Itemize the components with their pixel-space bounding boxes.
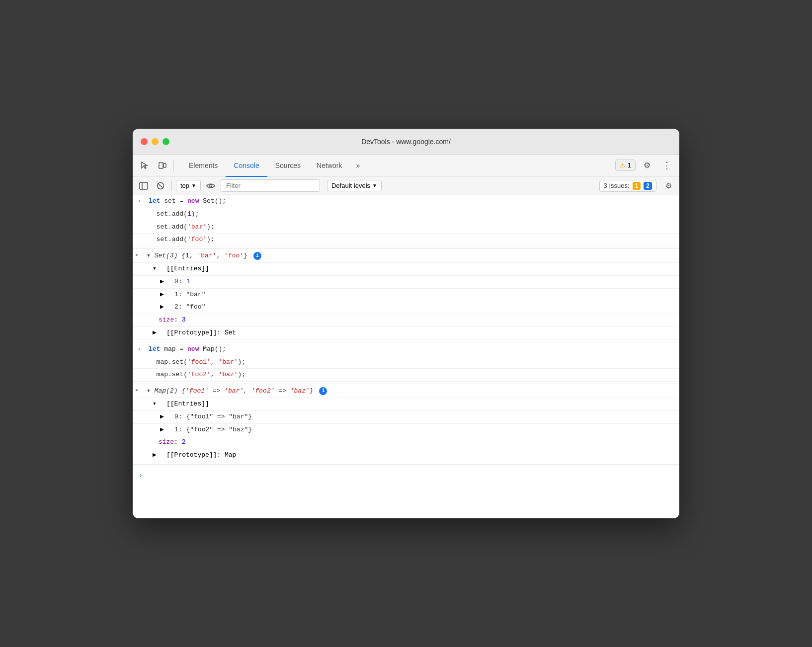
set-output-header: ◂ ▾ Set(3) {1, 'bar', 'foo'} i	[133, 250, 679, 263]
entry-2-arrow[interactable]: ▶	[160, 302, 164, 313]
entries-expand-arrow-map[interactable]: ▾	[153, 399, 157, 409]
console-toolbar: top ▼ Default levels ▼ 3 Issues: 1 2 ⚙	[133, 176, 679, 195]
toolbar-left-actions	[137, 158, 170, 173]
set-size: size: 3	[133, 314, 679, 327]
prototype-arrow-set[interactable]: ▶	[153, 328, 157, 338]
window-title: DevTools - www.google.com/	[361, 138, 451, 146]
set-expand-arrow[interactable]: ▾	[147, 252, 151, 259]
console-input-1: › let set = new Set();	[133, 195, 679, 208]
map-output-header: ◂ ▾ Map(2) {'foo1' => 'bar', 'foo2' => '…	[133, 385, 679, 398]
svg-rect-0	[159, 162, 163, 168]
main-tabs: Elements Console Sources Network »	[181, 155, 615, 176]
tab-sources[interactable]: Sources	[267, 155, 309, 177]
set-entry-1: ▶ 1: "bar"	[133, 289, 679, 302]
map-entry-1-arrow[interactable]: ▶	[160, 425, 164, 435]
tab-elements[interactable]: Elements	[181, 155, 226, 177]
set-code-section: › let set = new Set(); set.add(1); set.a…	[133, 195, 679, 249]
input-chevron-1[interactable]: ›	[138, 197, 141, 206]
console-input-6: map.set('foo1', 'bar');	[133, 356, 679, 369]
maximize-button[interactable]	[162, 138, 169, 145]
clear-console-button[interactable]	[154, 179, 167, 193]
main-toolbar: Elements Console Sources Network » ⚠ 1 ⚙…	[133, 155, 679, 176]
map-entry-0-arrow[interactable]: ▶	[160, 412, 164, 422]
context-selector[interactable]: top ▼	[176, 180, 201, 191]
console-input-2: set.add(1);	[133, 208, 679, 221]
map-expand-arrow[interactable]: ▾	[147, 387, 151, 395]
info-icon-set[interactable]: i	[253, 252, 261, 260]
console-input-3: set.add('bar');	[133, 221, 679, 234]
warning-count-badge: 1	[633, 182, 641, 190]
map-output-section: ◂ ▾ Map(2) {'foo1' => 'bar', 'foo2' => '…	[133, 385, 679, 465]
set-output-section: ◂ ▾ Set(3) {1, 'bar', 'foo'} i ▾ [[Entri…	[133, 250, 679, 342]
device-toolbar-button[interactable]	[155, 158, 170, 173]
collapse-arrow-set[interactable]: ◂	[135, 251, 138, 260]
console-input-7: map.set('foo2', 'baz');	[133, 369, 679, 382]
sidebar-toggle-button[interactable]	[137, 179, 151, 193]
map-prototype: ▶ [[Prototype]]: Map	[133, 449, 679, 462]
more-tabs-button[interactable]: »	[350, 158, 366, 173]
console-settings-button[interactable]: ⚙	[661, 179, 675, 193]
console-input-5: › let map = new Map();	[133, 343, 679, 356]
titlebar: DevTools - www.google.com/	[133, 129, 679, 155]
more-options-button[interactable]: ⋮	[658, 158, 675, 173]
svg-rect-1	[163, 163, 166, 167]
map-code-section: › let map = new Map(); map.set('foo1', '…	[133, 343, 679, 384]
set-entries-header: ▾ [[Entries]]	[133, 263, 679, 276]
prompt-symbol: ›	[139, 470, 143, 481]
info-icon-map[interactable]: i	[319, 387, 327, 395]
svg-line-5	[159, 184, 162, 188]
map-entry-0: ▶ 0: {"foo1" => "bar"}	[133, 411, 679, 424]
console-prompt-area: ›	[133, 466, 679, 485]
map-entries-header: ▾ [[Entries]]	[133, 398, 679, 411]
devtools-window: DevTools - www.google.com/ Elements	[133, 129, 679, 518]
tab-console[interactable]: Console	[226, 155, 267, 177]
entry-1-arrow[interactable]: ▶	[160, 290, 164, 300]
close-button[interactable]	[141, 138, 148, 145]
filter-input[interactable]	[221, 179, 320, 192]
console-input-4: set.add('foo');	[133, 234, 679, 246]
collapse-arrow-map[interactable]: ◂	[135, 386, 138, 395]
eye-icon-button[interactable]	[204, 179, 218, 193]
toolbar-divider-2	[171, 181, 172, 191]
console-output: › let set = new Set(); set.add(1); set.a…	[133, 195, 679, 518]
set-entry-0: ▶ 0: 1	[133, 276, 679, 289]
default-levels-dropdown[interactable]: Default levels ▼	[327, 180, 382, 191]
warnings-badge[interactable]: ⚠ 1	[615, 160, 636, 171]
prototype-arrow-map[interactable]: ▶	[153, 450, 157, 461]
svg-point-6	[209, 184, 212, 187]
input-chevron-2[interactable]: ›	[138, 345, 141, 354]
info-count-badge: 2	[644, 182, 652, 190]
traffic-lights	[141, 138, 169, 145]
map-entry-1: ▶ 1: {"foo2" => "baz"}	[133, 424, 679, 437]
entries-expand-arrow-set[interactable]: ▾	[153, 264, 157, 274]
tab-network[interactable]: Network	[309, 155, 350, 177]
select-element-button[interactable]	[137, 158, 153, 173]
minimize-button[interactable]	[152, 138, 159, 145]
set-prototype: ▶ [[Prototype]]: Set	[133, 327, 679, 340]
settings-button[interactable]: ⚙	[640, 159, 654, 172]
svg-rect-2	[140, 182, 148, 189]
issues-count-badge[interactable]: 3 Issues: 1 2	[599, 180, 656, 192]
toolbar-divider	[173, 160, 174, 171]
toolbar-right-actions: ⚠ 1 ⚙ ⋮	[615, 158, 675, 173]
set-entry-2: ▶ 2: "foo"	[133, 301, 679, 314]
map-size: size: 2	[133, 436, 679, 449]
entry-0-arrow[interactable]: ▶	[160, 277, 164, 287]
